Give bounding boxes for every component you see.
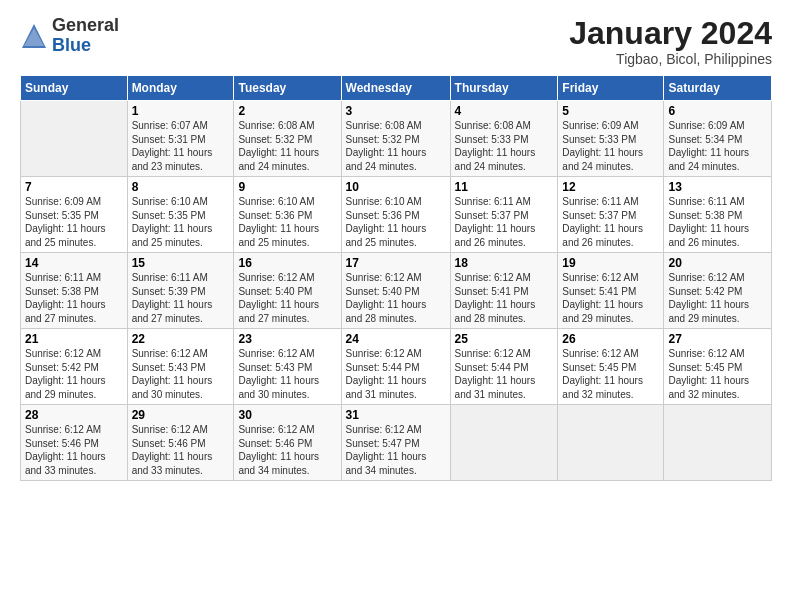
- day-number: 9: [238, 180, 336, 194]
- day-info: Sunrise: 6:07 AM Sunset: 5:31 PM Dayligh…: [132, 119, 230, 173]
- day-number: 10: [346, 180, 446, 194]
- table-row: 16Sunrise: 6:12 AM Sunset: 5:40 PM Dayli…: [234, 253, 341, 329]
- table-row: 22Sunrise: 6:12 AM Sunset: 5:43 PM Dayli…: [127, 329, 234, 405]
- day-info: Sunrise: 6:10 AM Sunset: 5:35 PM Dayligh…: [132, 195, 230, 249]
- day-number: 15: [132, 256, 230, 270]
- day-info: Sunrise: 6:12 AM Sunset: 5:43 PM Dayligh…: [132, 347, 230, 401]
- table-row: [450, 405, 558, 481]
- day-number: 17: [346, 256, 446, 270]
- col-wednesday: Wednesday: [341, 76, 450, 101]
- col-monday: Monday: [127, 76, 234, 101]
- table-row: 6Sunrise: 6:09 AM Sunset: 5:34 PM Daylig…: [664, 101, 772, 177]
- col-sunday: Sunday: [21, 76, 128, 101]
- day-number: 19: [562, 256, 659, 270]
- day-number: 5: [562, 104, 659, 118]
- day-number: 27: [668, 332, 767, 346]
- logo-icon: [20, 22, 48, 50]
- day-info: Sunrise: 6:11 AM Sunset: 5:37 PM Dayligh…: [562, 195, 659, 249]
- calendar-week-row: 21Sunrise: 6:12 AM Sunset: 5:42 PM Dayli…: [21, 329, 772, 405]
- day-info: Sunrise: 6:08 AM Sunset: 5:32 PM Dayligh…: [238, 119, 336, 173]
- calendar-week-row: 7Sunrise: 6:09 AM Sunset: 5:35 PM Daylig…: [21, 177, 772, 253]
- table-row: 14Sunrise: 6:11 AM Sunset: 5:38 PM Dayli…: [21, 253, 128, 329]
- day-info: Sunrise: 6:12 AM Sunset: 5:42 PM Dayligh…: [668, 271, 767, 325]
- day-info: Sunrise: 6:12 AM Sunset: 5:47 PM Dayligh…: [346, 423, 446, 477]
- day-number: 26: [562, 332, 659, 346]
- table-row: 24Sunrise: 6:12 AM Sunset: 5:44 PM Dayli…: [341, 329, 450, 405]
- table-row: 30Sunrise: 6:12 AM Sunset: 5:46 PM Dayli…: [234, 405, 341, 481]
- day-number: 25: [455, 332, 554, 346]
- table-row: 8Sunrise: 6:10 AM Sunset: 5:35 PM Daylig…: [127, 177, 234, 253]
- day-number: 8: [132, 180, 230, 194]
- day-number: 22: [132, 332, 230, 346]
- day-info: Sunrise: 6:12 AM Sunset: 5:46 PM Dayligh…: [238, 423, 336, 477]
- table-row: 9Sunrise: 6:10 AM Sunset: 5:36 PM Daylig…: [234, 177, 341, 253]
- calendar-week-row: 14Sunrise: 6:11 AM Sunset: 5:38 PM Dayli…: [21, 253, 772, 329]
- header: General Blue January 2024 Tigbao, Bicol,…: [20, 16, 772, 67]
- day-number: 29: [132, 408, 230, 422]
- day-number: 11: [455, 180, 554, 194]
- table-row: 3Sunrise: 6:08 AM Sunset: 5:32 PM Daylig…: [341, 101, 450, 177]
- day-info: Sunrise: 6:10 AM Sunset: 5:36 PM Dayligh…: [346, 195, 446, 249]
- table-row: 4Sunrise: 6:08 AM Sunset: 5:33 PM Daylig…: [450, 101, 558, 177]
- svg-marker-1: [24, 28, 44, 46]
- col-saturday: Saturday: [664, 76, 772, 101]
- day-number: 24: [346, 332, 446, 346]
- day-number: 3: [346, 104, 446, 118]
- day-info: Sunrise: 6:09 AM Sunset: 5:34 PM Dayligh…: [668, 119, 767, 173]
- day-info: Sunrise: 6:11 AM Sunset: 5:38 PM Dayligh…: [25, 271, 123, 325]
- day-number: 2: [238, 104, 336, 118]
- day-info: Sunrise: 6:11 AM Sunset: 5:39 PM Dayligh…: [132, 271, 230, 325]
- table-row: 17Sunrise: 6:12 AM Sunset: 5:40 PM Dayli…: [341, 253, 450, 329]
- table-row: 12Sunrise: 6:11 AM Sunset: 5:37 PM Dayli…: [558, 177, 664, 253]
- col-thursday: Thursday: [450, 76, 558, 101]
- day-number: 16: [238, 256, 336, 270]
- day-number: 18: [455, 256, 554, 270]
- table-row: 27Sunrise: 6:12 AM Sunset: 5:45 PM Dayli…: [664, 329, 772, 405]
- day-info: Sunrise: 6:12 AM Sunset: 5:44 PM Dayligh…: [455, 347, 554, 401]
- table-row: 11Sunrise: 6:11 AM Sunset: 5:37 PM Dayli…: [450, 177, 558, 253]
- day-number: 13: [668, 180, 767, 194]
- day-number: 1: [132, 104, 230, 118]
- day-info: Sunrise: 6:12 AM Sunset: 5:45 PM Dayligh…: [668, 347, 767, 401]
- day-info: Sunrise: 6:12 AM Sunset: 5:46 PM Dayligh…: [132, 423, 230, 477]
- logo-blue-text: Blue: [52, 35, 91, 55]
- day-number: 4: [455, 104, 554, 118]
- table-row: 5Sunrise: 6:09 AM Sunset: 5:33 PM Daylig…: [558, 101, 664, 177]
- table-row: 19Sunrise: 6:12 AM Sunset: 5:41 PM Dayli…: [558, 253, 664, 329]
- day-number: 30: [238, 408, 336, 422]
- table-row: 1Sunrise: 6:07 AM Sunset: 5:31 PM Daylig…: [127, 101, 234, 177]
- day-info: Sunrise: 6:12 AM Sunset: 5:41 PM Dayligh…: [562, 271, 659, 325]
- calendar-header-row: Sunday Monday Tuesday Wednesday Thursday…: [21, 76, 772, 101]
- day-info: Sunrise: 6:09 AM Sunset: 5:35 PM Dayligh…: [25, 195, 123, 249]
- day-number: 31: [346, 408, 446, 422]
- day-number: 20: [668, 256, 767, 270]
- day-info: Sunrise: 6:08 AM Sunset: 5:32 PM Dayligh…: [346, 119, 446, 173]
- logo-general-text: General: [52, 15, 119, 35]
- table-row: 7Sunrise: 6:09 AM Sunset: 5:35 PM Daylig…: [21, 177, 128, 253]
- table-row: 21Sunrise: 6:12 AM Sunset: 5:42 PM Dayli…: [21, 329, 128, 405]
- day-info: Sunrise: 6:12 AM Sunset: 5:41 PM Dayligh…: [455, 271, 554, 325]
- main-title: January 2024: [569, 16, 772, 51]
- day-info: Sunrise: 6:11 AM Sunset: 5:38 PM Dayligh…: [668, 195, 767, 249]
- table-row: 15Sunrise: 6:11 AM Sunset: 5:39 PM Dayli…: [127, 253, 234, 329]
- day-info: Sunrise: 6:12 AM Sunset: 5:42 PM Dayligh…: [25, 347, 123, 401]
- table-row: 26Sunrise: 6:12 AM Sunset: 5:45 PM Dayli…: [558, 329, 664, 405]
- table-row: 13Sunrise: 6:11 AM Sunset: 5:38 PM Dayli…: [664, 177, 772, 253]
- calendar-week-row: 28Sunrise: 6:12 AM Sunset: 5:46 PM Dayli…: [21, 405, 772, 481]
- table-row: 29Sunrise: 6:12 AM Sunset: 5:46 PM Dayli…: [127, 405, 234, 481]
- day-number: 21: [25, 332, 123, 346]
- day-number: 28: [25, 408, 123, 422]
- calendar-table: Sunday Monday Tuesday Wednesday Thursday…: [20, 75, 772, 481]
- table-row: [21, 101, 128, 177]
- table-row: 31Sunrise: 6:12 AM Sunset: 5:47 PM Dayli…: [341, 405, 450, 481]
- subtitle: Tigbao, Bicol, Philippines: [569, 51, 772, 67]
- day-info: Sunrise: 6:12 AM Sunset: 5:40 PM Dayligh…: [238, 271, 336, 325]
- table-row: 20Sunrise: 6:12 AM Sunset: 5:42 PM Dayli…: [664, 253, 772, 329]
- day-number: 23: [238, 332, 336, 346]
- day-info: Sunrise: 6:12 AM Sunset: 5:46 PM Dayligh…: [25, 423, 123, 477]
- table-row: 25Sunrise: 6:12 AM Sunset: 5:44 PM Dayli…: [450, 329, 558, 405]
- table-row: [664, 405, 772, 481]
- day-number: 7: [25, 180, 123, 194]
- day-info: Sunrise: 6:11 AM Sunset: 5:37 PM Dayligh…: [455, 195, 554, 249]
- day-info: Sunrise: 6:12 AM Sunset: 5:43 PM Dayligh…: [238, 347, 336, 401]
